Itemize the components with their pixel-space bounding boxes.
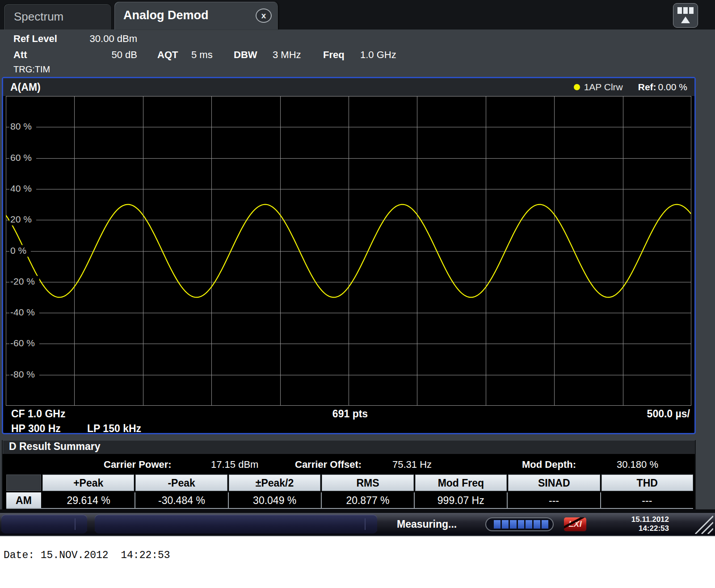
waveform-panel-titlebar: A(AM) 1AP Clrw Ref: 0.00 % xyxy=(3,78,694,96)
column-header-plus-peak: +Peak xyxy=(42,475,134,491)
ref-level-label: Ref Level xyxy=(13,33,57,45)
progress-segment xyxy=(526,520,532,529)
close-tab-icon[interactable]: x xyxy=(256,8,272,23)
measuring-status: Measuring... xyxy=(397,513,457,535)
result-summary-titlebar: D Result Summary xyxy=(3,440,695,454)
lxi-logo-text: LXI xyxy=(568,519,582,529)
trace-legend: 1AP Clrw Ref: 0.00 % xyxy=(574,82,687,92)
lowpass-filter-label: LP 150 kHz xyxy=(87,423,141,435)
cell-sinad: --- xyxy=(507,492,600,508)
result-summary-title: D Result Summary xyxy=(9,441,101,452)
y-axis-tick-label: -60 % xyxy=(9,338,39,349)
panel-title: A(AM) xyxy=(10,81,41,93)
settings-header: Ref Level 30.00 dBm Att 50 dB AQT 5 ms D… xyxy=(0,29,715,77)
carrier-power-label: Carrier Power: xyxy=(104,459,172,470)
cell-mod-freq: 999.07 Hz xyxy=(414,492,507,508)
waveform-plot-area: 80 %60 %40 %20 %0 %-20 %-40 %-60 %-80 % xyxy=(6,96,691,406)
mod-depth-label: Mod Depth: xyxy=(522,459,576,470)
y-axis-tick-label: 60 % xyxy=(9,152,36,164)
freq-value[interactable]: 1.0 GHz xyxy=(360,49,396,61)
tab-analog-demod[interactable]: Analog Demod x xyxy=(114,2,278,29)
sweep-points-label: 691 pts xyxy=(332,408,368,420)
statusbar-softkey-1[interactable] xyxy=(1,515,87,533)
y-axis-tick-label: 0 % xyxy=(9,245,31,256)
resize-grip-icon xyxy=(690,515,713,534)
highpass-filter-label: HP 300 Hz xyxy=(11,423,61,435)
waveform-panel[interactable]: A(AM) 1AP Clrw Ref: 0.00 % 80 %60 %40 %2… xyxy=(2,77,696,434)
progress-segment xyxy=(534,520,540,529)
progress-segment xyxy=(502,520,509,529)
tab-bar: Spectrum Analog Demod x xyxy=(0,0,715,29)
tab-spectrum-label: Spectrum xyxy=(14,10,63,23)
progress-segment xyxy=(510,520,517,529)
instrument-screen: Spectrum Analog Demod x Ref Level 30.00 … xyxy=(0,0,715,536)
column-header-peak-half: ±Peak/2 xyxy=(229,475,320,491)
trigger-status: TRG:TIM xyxy=(13,64,50,75)
y-axis-tick-label: 80 % xyxy=(9,121,36,133)
att-value[interactable]: 50 dB xyxy=(78,49,137,61)
result-table-corner-cell xyxy=(6,475,41,491)
y-axis-tick-label: -20 % xyxy=(9,276,39,287)
report-footer: Date: 15.NOV.2012 14:22:53 xyxy=(0,536,715,588)
column-header-minus-peak: -Peak xyxy=(135,475,227,491)
ref-value-label: Ref: xyxy=(638,82,656,92)
carrier-offset-value: 75.31 Hz xyxy=(392,459,432,470)
mod-depth-value: 30.180 % xyxy=(617,459,658,470)
ref-value-number: 0.00 % xyxy=(658,82,687,92)
progress-segment xyxy=(494,520,500,529)
trace-color-dot-icon xyxy=(574,84,580,90)
y-axis-tick-label: 40 % xyxy=(9,183,36,194)
triangle-up-icon xyxy=(681,17,690,23)
y-axis-tick-label: -80 % xyxy=(9,369,39,380)
column-header-thd: THD xyxy=(601,475,693,491)
hardcopy-date-line: Date: 15.NOV.2012 14:22:53 xyxy=(4,550,170,561)
dbw-label: DBW xyxy=(234,49,257,61)
carrier-offset-label: Carrier Offset: xyxy=(295,459,362,470)
freq-label: Freq xyxy=(323,49,345,61)
ref-level-value[interactable]: 30.00 dBm xyxy=(78,33,137,45)
result-summary-panel[interactable]: D Result Summary Carrier Power: 17.15 dB… xyxy=(2,440,696,509)
table-row: AM 29.614 % -30.484 % 30.049 % 20.877 % … xyxy=(6,492,693,509)
datetime-display: 15.11.2012 14:22:53 xyxy=(631,515,669,533)
display-layout-button[interactable] xyxy=(673,3,698,28)
column-header-mod-freq: Mod Freq xyxy=(415,475,507,491)
tab-analog-demod-label: Analog Demod xyxy=(123,8,209,22)
time-per-division-label: 500.0 µs/ xyxy=(647,408,690,420)
result-table-header-row: +Peak -Peak ±Peak/2 RMS Mod Freq SINAD T… xyxy=(6,475,693,491)
aqt-value[interactable]: 5 ms xyxy=(191,49,213,61)
lxi-logo: LXI xyxy=(564,517,586,531)
cell-minus-peak: -30.484 % xyxy=(135,492,227,508)
dbw-value[interactable]: 3 MHz xyxy=(273,49,301,61)
carrier-power-value: 17.15 dBm xyxy=(211,459,258,470)
center-frequency-label: CF 1.0 GHz xyxy=(11,408,65,420)
progress-segment xyxy=(542,520,548,529)
result-table: +Peak -Peak ±Peak/2 RMS Mod Freq SINAD T… xyxy=(6,475,693,509)
tab-spectrum[interactable]: Spectrum xyxy=(4,4,112,29)
y-axis-tick-label: -40 % xyxy=(9,307,39,319)
measurement-progress-bar xyxy=(485,517,554,531)
column-header-sinad: SINAD xyxy=(508,475,600,491)
columns-icon xyxy=(673,7,698,14)
trace-mode-label: 1AP Clrw xyxy=(584,82,623,92)
column-header-rms: RMS xyxy=(322,475,413,491)
statusbar-softkey-2[interactable] xyxy=(95,515,377,533)
cell-peak-half: 30.049 % xyxy=(228,492,321,508)
chart-footer: CF 1.0 GHz 691 pts 500.0 µs/ HP 300 Hz L… xyxy=(6,407,694,434)
row-label-am: AM xyxy=(6,492,41,508)
cell-thd: --- xyxy=(600,492,693,508)
cell-plus-peak: 29.614 % xyxy=(42,492,135,508)
waveform-svg xyxy=(6,96,691,406)
spacer xyxy=(0,509,715,513)
cell-rms: 20.877 % xyxy=(321,492,414,508)
progress-segment xyxy=(518,520,525,529)
status-date: 15.11.2012 xyxy=(631,515,669,524)
status-bar: Measuring... LXI 15.11.2012 14:22:53 xyxy=(0,513,715,535)
carrier-info-row: Carrier Power: 17.15 dBm Carrier Offset:… xyxy=(3,454,695,474)
status-time: 14:22:53 xyxy=(631,524,669,533)
aqt-label: AQT xyxy=(157,49,178,61)
att-label: Att xyxy=(13,49,27,61)
y-axis-tick-label: 20 % xyxy=(9,214,36,226)
